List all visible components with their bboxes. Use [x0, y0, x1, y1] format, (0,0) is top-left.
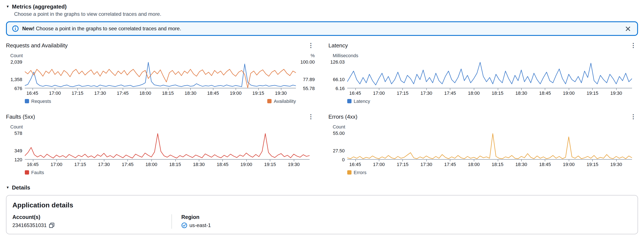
x-axis-label: 18:30 [515, 91, 527, 96]
x-axis-label: 19:00 [563, 162, 574, 167]
accounts-field: Account(s) 234165351031 [12, 214, 172, 229]
y-axis-right: 100.00 77.89 55.78 [296, 62, 316, 97]
x-axis-label: 17:45 [444, 162, 456, 167]
x-axis-label: 19:15 [586, 162, 598, 167]
x-axis-label: 18:30 [184, 91, 196, 96]
x-tick-mark [426, 160, 427, 161]
chart-menu-button[interactable]: ⋮ [306, 42, 316, 48]
x-axis-label: 17:45 [444, 91, 456, 96]
x-tick-mark [498, 160, 498, 161]
x-axis-label: 18:00 [468, 162, 480, 167]
legend-label: Availability [274, 98, 296, 104]
x-tick-mark [450, 88, 450, 90]
x-axis-label: 18:15 [169, 162, 181, 167]
x-tick-mark [168, 88, 168, 90]
x-axis-label: 19:00 [240, 162, 252, 167]
x-axis-label: 17:15 [396, 91, 408, 96]
region-field: Region us-east-1 [172, 214, 632, 229]
y-tick: 100.00 [300, 59, 315, 64]
errors-swatch-icon [347, 170, 352, 174]
info-icon [12, 25, 19, 32]
x-tick-mark [521, 88, 522, 90]
x-tick-mark [33, 160, 33, 161]
chart-menu-button[interactable]: ⋮ [306, 114, 316, 119]
y-tick: 120 [14, 157, 22, 162]
legend-item-latency[interactable]: Latency [347, 98, 370, 104]
latency-swatch-icon [347, 99, 352, 103]
chart-menu-button[interactable]: ⋮ [628, 114, 638, 119]
x-axis-label: 19:00 [230, 91, 242, 96]
y-axis-unit-left: Count [10, 124, 23, 130]
x-axis-label: 16:45 [349, 162, 361, 167]
legend-item-availability[interactable]: Availability [267, 98, 296, 104]
x-tick-mark [213, 88, 214, 90]
legend-label: Latency [354, 98, 370, 104]
region-label: Region [181, 214, 632, 221]
application-details-card: Application details Account(s) 234165351… [6, 195, 638, 234]
chart-title: Latency [328, 42, 348, 48]
x-tick-mark [616, 88, 617, 90]
x-axis-label: 16:45 [349, 91, 361, 96]
legend-label: Errors [354, 170, 366, 175]
copy-account-button[interactable] [49, 222, 55, 228]
metrics-section-expander[interactable]: ▼ Metrics (aggregated) [6, 3, 638, 10]
legend-item-errors[interactable]: Errors [347, 170, 366, 175]
y-axis-left: 578 349 120 [6, 133, 25, 168]
x-axis-label: 17:45 [117, 91, 128, 96]
y-tick: 77.89 [303, 77, 315, 82]
x-tick-mark [592, 88, 593, 90]
details-section-expander[interactable]: ▼ Details [6, 184, 638, 191]
x-tick-mark [56, 160, 57, 161]
x-tick-mark [55, 88, 56, 90]
x-tick-mark [498, 88, 498, 90]
banner-badge: New! [22, 26, 34, 32]
x-axis-label: 18:00 [140, 91, 151, 96]
x-tick-mark [199, 160, 199, 161]
x-axis: 16:4517:0017:1517:3017:4518:0018:1518:30… [25, 88, 296, 97]
x-tick-mark [426, 88, 427, 90]
requests-availability-chart[interactable] [25, 62, 296, 88]
latency-chart[interactable] [347, 62, 632, 88]
x-tick-mark [246, 160, 247, 161]
x-axis-label: 17:30 [98, 162, 110, 167]
y-axis-left: 126.03 66.10 6.16 [328, 62, 347, 97]
legend-label: Requests [31, 98, 51, 104]
accounts-label: Account(s) [12, 214, 172, 221]
details-section-title: Details [12, 184, 30, 191]
banner-close-button[interactable] [624, 24, 632, 33]
x-axis-label: 18:00 [468, 91, 480, 96]
faults-chart[interactable] [25, 133, 310, 160]
legend-label: Faults [31, 170, 44, 175]
x-tick-mark [80, 160, 80, 161]
chart-menu-button[interactable]: ⋮ [628, 42, 638, 48]
x-axis-label: 18:45 [539, 162, 551, 167]
legend-item-faults[interactable]: Faults [25, 170, 44, 175]
x-axis-label: 19:30 [288, 162, 300, 167]
errors-chart[interactable] [347, 133, 632, 160]
x-tick-mark [402, 160, 403, 161]
x-axis-label: 18:30 [515, 162, 527, 167]
x-axis-label: 19:30 [610, 162, 622, 167]
x-tick-mark [258, 88, 259, 90]
x-axis-label: 19:30 [275, 91, 287, 96]
x-tick-mark [145, 88, 146, 90]
chart-panel-latency: Latency ⋮ Milliseconds 126.03 66.10 6.16… [328, 42, 638, 104]
x-axis-label: 17:15 [72, 91, 84, 96]
x-tick-mark [474, 160, 474, 161]
x-tick-mark [294, 160, 294, 161]
y-tick: 676 [14, 86, 22, 91]
x-axis-label: 17:00 [373, 162, 385, 167]
y-tick: 349 [14, 148, 22, 153]
x-axis-label: 17:30 [94, 91, 106, 96]
metrics-page: ▼ Metrics (aggregated) Choose a point in… [0, 0, 644, 236]
x-axis-label: 17:15 [396, 162, 408, 167]
y-axis-left: 2,039 1,358 676 [6, 62, 25, 97]
x-axis-label: 18:15 [162, 91, 174, 96]
y-tick: 55.00 [333, 130, 345, 136]
x-axis-label: 19:30 [610, 91, 622, 96]
x-axis: 16:4517:0017:1517:3017:4518:0018:1518:30… [347, 160, 632, 168]
legend-item-requests[interactable]: Requests [25, 98, 51, 104]
chart-panel-requests-availability: Requests and Availability ⋮ Count % 2,03… [6, 42, 316, 104]
x-tick-mark [450, 160, 450, 161]
chart-panel-faults: Faults (5xx) ⋮ Count 578 349 120 16:4517… [6, 113, 316, 175]
